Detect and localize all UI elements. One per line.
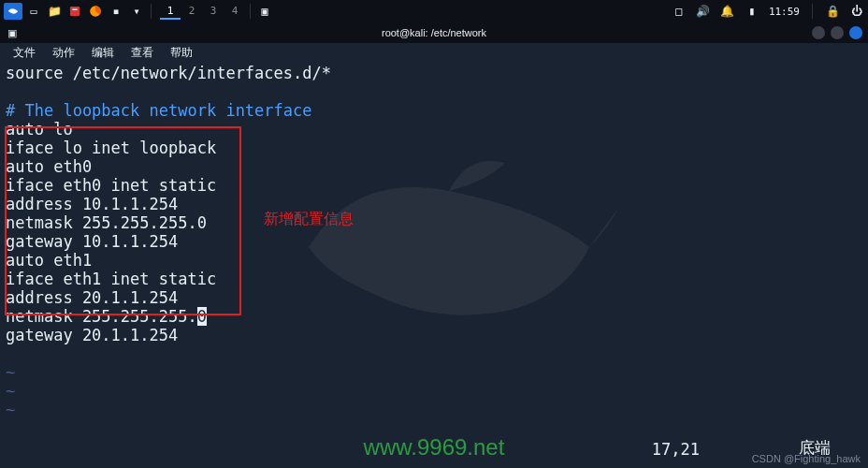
workspace-tab-1[interactable]: 1 bbox=[160, 3, 181, 20]
cursor-position: 17,21 bbox=[652, 440, 700, 459]
menu-item[interactable]: 动作 bbox=[45, 45, 82, 61]
workspace-tab-3[interactable]: 3 bbox=[203, 3, 224, 20]
workspace-switcher: 1234 bbox=[160, 3, 245, 20]
kali-menu-icon[interactable] bbox=[4, 3, 22, 20]
notification-icon[interactable]: 🔔 bbox=[720, 4, 735, 19]
desktop-taskbar: ▭ 📁 ▪ ▾ 1234 ▣ □ 🔊 🔔 ▮ 11:59 🔒 ⏻ bbox=[0, 0, 868, 22]
terminal-menubar: 文件动作编辑查看帮助 bbox=[0, 43, 868, 62]
terminal-app-icon: ▣ bbox=[7, 27, 17, 39]
taskbar-right: □ 🔊 🔔 ▮ 11:59 🔒 ⏻ bbox=[672, 4, 864, 19]
terminal-task-icon[interactable]: ▣ bbox=[255, 3, 274, 20]
editor-line bbox=[6, 82, 862, 101]
editor-line: source /etc/network/interfaces.d/* bbox=[6, 64, 862, 82]
minimize-button[interactable] bbox=[812, 26, 825, 39]
editor-line: auto lo bbox=[6, 120, 862, 139]
display-icon[interactable]: □ bbox=[672, 4, 687, 19]
volume-icon[interactable]: 🔊 bbox=[696, 4, 711, 19]
taskbar-left: ▭ 📁 ▪ ▾ 1234 ▣ bbox=[4, 3, 274, 20]
terminal-titlebar[interactable]: ▣ root@kali: /etc/network bbox=[0, 22, 868, 43]
editor-line: gateway 10.1.1.254 bbox=[6, 232, 862, 251]
window-title: root@kali: /etc/network bbox=[382, 27, 486, 38]
dropdown-icon[interactable]: ▾ bbox=[127, 3, 146, 20]
editor-line: auto eth0 bbox=[6, 157, 862, 176]
workspace-tab-2[interactable]: 2 bbox=[181, 3, 202, 20]
editor-line: # The loopback network interface bbox=[6, 101, 862, 120]
editor-line: gateway 20.1.1.254 bbox=[6, 326, 862, 344]
clock[interactable]: 11:59 bbox=[769, 6, 800, 18]
editor-content[interactable]: source /etc/network/interfaces.d/* # The… bbox=[0, 62, 868, 421]
separator bbox=[151, 4, 152, 19]
window-list-icon[interactable]: ▭ bbox=[24, 3, 43, 20]
editor-line-cursor: netmask 255.255.255.0 bbox=[6, 307, 862, 326]
firefox-icon[interactable] bbox=[86, 3, 105, 20]
window-controls bbox=[812, 26, 862, 39]
maximize-button[interactable] bbox=[831, 26, 844, 39]
editor-line: ~ bbox=[6, 401, 862, 419]
file-manager-icon[interactable]: 📁 bbox=[45, 3, 64, 20]
watermark-csdn: CSDN @Fighting_hawk bbox=[752, 453, 861, 464]
separator bbox=[250, 4, 251, 19]
menu-item[interactable]: 帮助 bbox=[163, 45, 200, 61]
menu-item[interactable]: 查看 bbox=[123, 45, 161, 61]
editor-line: iface lo inet loopback bbox=[6, 139, 862, 157]
editor-line: auto eth1 bbox=[6, 251, 862, 270]
terminal-icon[interactable]: ▪ bbox=[107, 3, 125, 20]
separator bbox=[812, 4, 813, 19]
workspace-tab-4[interactable]: 4 bbox=[224, 3, 245, 20]
terminal-window: ▣ root@kali: /etc/network 文件动作编辑查看帮助 sou… bbox=[0, 22, 868, 468]
editor-line: ~ bbox=[6, 382, 862, 401]
editor-line: netmask 255.255.255.0 bbox=[6, 213, 862, 232]
power-icon[interactable]: ⏻ bbox=[849, 4, 864, 19]
app-icon[interactable] bbox=[65, 3, 84, 20]
svg-rect-0 bbox=[70, 7, 80, 16]
editor-line: iface eth0 inet static bbox=[6, 176, 862, 195]
editor-line: iface eth1 inet static bbox=[6, 270, 862, 288]
close-button[interactable] bbox=[849, 26, 862, 39]
battery-icon[interactable]: ▮ bbox=[745, 4, 760, 19]
editor-line bbox=[6, 344, 862, 363]
editor-line: address 10.1.1.254 bbox=[6, 195, 862, 213]
lock-icon[interactable]: 🔒 bbox=[825, 4, 840, 19]
menu-item[interactable]: 编辑 bbox=[84, 45, 122, 61]
editor-line: address 20.1.1.254 bbox=[6, 288, 862, 307]
editor-line: ~ bbox=[6, 363, 862, 382]
menu-item[interactable]: 文件 bbox=[6, 45, 43, 61]
watermark-url: www.9969.net bbox=[364, 434, 505, 461]
annotation-label: 新增配置信息 bbox=[264, 210, 354, 229]
